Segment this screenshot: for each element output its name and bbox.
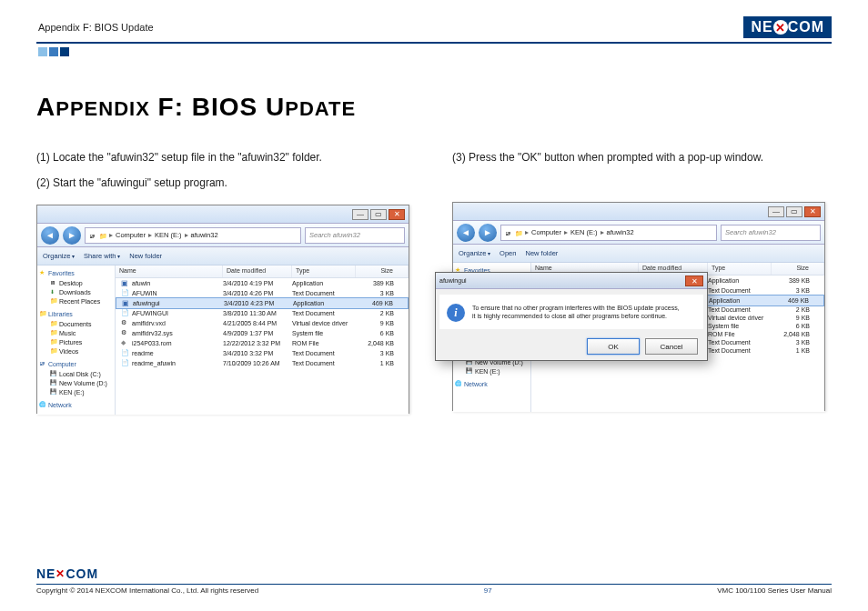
file-name: afuwin	[132, 280, 150, 286]
crumb-folder[interactable]: afuwin32	[191, 231, 218, 239]
close-button[interactable]: ✕	[389, 209, 405, 220]
file-name: amifldrv32.sys	[132, 330, 173, 336]
back-button[interactable]: ◄	[41, 226, 59, 245]
drive-icon	[50, 370, 57, 377]
ok-button[interactable]: OK	[587, 338, 640, 355]
header-squares	[38, 47, 832, 56]
file-date: 12/22/2012 3:32 PM	[223, 340, 292, 346]
file-name: amifldrv.vxd	[132, 320, 166, 326]
pc-icon	[39, 360, 46, 367]
sb-computer[interactable]: Computer	[48, 361, 76, 367]
breadcrumb[interactable]: ▸ Computer ▸ KEN (E:) ▸ afuwin32	[500, 225, 717, 241]
sb-network[interactable]: Network	[48, 402, 72, 408]
dialog-titlebar: afuwingui ✕	[436, 273, 707, 289]
file-name: readme	[132, 350, 154, 356]
dialog-title: afuwingui	[439, 277, 467, 284]
file-type: Application	[709, 297, 772, 304]
sb-drive-e[interactable]: KEN (E:)	[39, 387, 113, 396]
forward-button[interactable]: ►	[63, 226, 81, 245]
file-type: Text Document	[292, 310, 356, 316]
file-icon	[121, 349, 129, 357]
tb-organize[interactable]: Organize	[43, 252, 75, 260]
address-bar: ◄ ► ▸ Computer ▸ KEN (E:) ▸ afuwin32 Sea…	[453, 221, 824, 245]
minimize-button[interactable]: —	[768, 206, 784, 217]
tb-share[interactable]: Share with	[84, 252, 120, 260]
col-type[interactable]: Type	[708, 263, 772, 275]
file-row[interactable]: i254P033.rom 12/22/2012 3:32 PM ROM File…	[116, 338, 409, 348]
breadcrumb[interactable]: ▸ Computer ▸ KEN (E:) ▸ afuwin32	[85, 227, 301, 244]
crumb-folder-icon	[99, 232, 106, 239]
instruction-2: (2) Start the "afuwingui" setup program.	[36, 175, 416, 191]
minimize-button[interactable]: —	[352, 209, 368, 220]
file-name: i254P033.rom	[132, 340, 172, 346]
sb-libraries[interactable]: Libraries	[48, 311, 73, 317]
file-row[interactable]: readme 3/4/2010 3:32 PM Text Document 3 …	[116, 348, 409, 358]
back-button[interactable]: ◄	[457, 224, 475, 242]
crumb-folder-icon	[515, 229, 522, 236]
close-button[interactable]: ✕	[804, 206, 821, 217]
sb-downloads[interactable]: Downloads	[39, 287, 113, 296]
dialog-line1: To ensure that no other program interfer…	[472, 304, 680, 312]
file-type: Text Document	[708, 339, 772, 346]
toolbar: Organize Open New folder	[453, 245, 824, 263]
page-number: 97	[484, 586, 492, 595]
crumb-drive[interactable]: KEN (E:)	[155, 231, 182, 239]
sb-network[interactable]: Network	[464, 381, 488, 387]
tb-organize[interactable]: Organize	[459, 249, 490, 257]
file-size: 2 KB	[356, 310, 409, 316]
cancel-button[interactable]: Cancel	[645, 338, 698, 355]
col-size[interactable]: Size	[356, 265, 409, 277]
tb-newfolder[interactable]: New folder	[525, 249, 558, 257]
file-icon	[121, 339, 129, 347]
crumb-drive[interactable]: KEN (E:)	[570, 228, 598, 236]
window-controls: — ▭ ✕	[37, 205, 409, 224]
sb-documents[interactable]: Documents	[39, 319, 113, 328]
crumb-folder[interactable]: afuwin32	[607, 228, 634, 236]
file-row[interactable]: amifldrv32.sys 4/9/2009 1:37 PM System f…	[116, 328, 409, 338]
sb-desktop[interactable]: Desktop	[39, 278, 113, 287]
col-date[interactable]: Date modified	[223, 265, 292, 277]
tb-newfolder[interactable]: New folder	[129, 252, 162, 260]
search-input[interactable]: Search afuwin32	[305, 227, 405, 244]
file-date: 4/9/2009 1:37 PM	[223, 330, 292, 336]
file-type: System file	[708, 323, 772, 329]
file-date: 3/4/2010 4:19 PM	[223, 280, 292, 286]
sb-pictures[interactable]: Pictures	[39, 337, 113, 346]
file-type: ROM File	[292, 340, 356, 346]
left-column: (1) Locate the "afuwin32" setup file in …	[36, 149, 416, 414]
file-name: afuwingui	[133, 300, 160, 306]
dialog-close-button[interactable]: ✕	[685, 275, 703, 286]
col-size[interactable]: Size	[772, 263, 824, 275]
file-size: 6 KB	[356, 330, 409, 336]
folder-icon	[50, 347, 57, 355]
file-size: 469 KB	[357, 300, 408, 306]
col-name[interactable]: Name	[116, 265, 223, 277]
sb-drive-d[interactable]: New Volume (D:)	[39, 378, 113, 387]
folder-icon	[50, 320, 57, 327]
file-type: Text Document	[708, 347, 772, 354]
crumb-computer[interactable]: Computer	[116, 231, 146, 239]
tb-open[interactable]: Open	[500, 249, 516, 257]
maximize-button[interactable]: ▭	[786, 206, 802, 217]
search-input[interactable]: Search afuwin32	[721, 225, 821, 241]
sb-favorites[interactable]: Favorites	[48, 270, 75, 276]
file-row[interactable]: amifldrv.vxd 4/21/2005 8:44 PM Virtual d…	[116, 318, 409, 328]
file-row[interactable]: afuwin 3/4/2010 4:19 PM Application 389 …	[116, 278, 409, 288]
sb-drive-e[interactable]: KEN (E:)	[455, 366, 529, 376]
file-date: 4/21/2005 8:44 PM	[223, 320, 292, 326]
network-icon	[39, 401, 46, 408]
sb-recent[interactable]: Recent Places	[39, 296, 113, 306]
forward-button[interactable]: ►	[479, 224, 497, 242]
maximize-button[interactable]: ▭	[370, 209, 387, 220]
file-row[interactable]: readme_afuwin 7/10/2009 10:26 AM Text Do…	[116, 358, 409, 368]
sb-drive-c[interactable]: Local Disk (C:)	[39, 369, 113, 378]
sb-videos[interactable]: Videos	[39, 346, 113, 356]
sb-music[interactable]: Music	[39, 328, 113, 337]
crumb-computer[interactable]: Computer	[531, 228, 561, 236]
file-size: 3 KB	[772, 339, 824, 346]
file-name: readme_afuwin	[132, 360, 176, 366]
col-type[interactable]: Type	[292, 265, 356, 277]
file-row[interactable]: AFUWINGUI 3/8/2010 11:30 AM Text Documen…	[116, 308, 409, 318]
drive-icon	[466, 367, 473, 375]
toolbar: Organize Share with New folder	[37, 247, 409, 265]
